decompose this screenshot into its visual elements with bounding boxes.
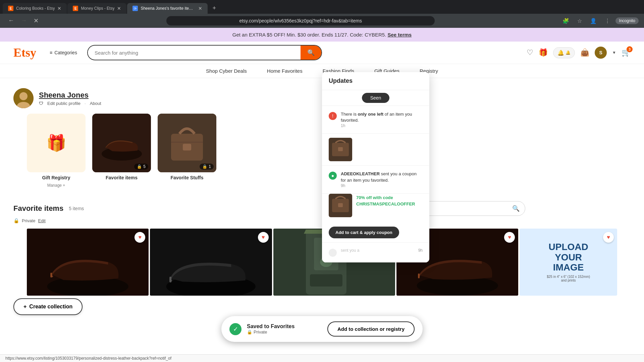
profile-links: 🛡 Edit public profile · About (39, 101, 101, 106)
panel-tabs: Seen (322, 90, 429, 106)
tab3-close[interactable]: ✕ (198, 6, 202, 11)
nav-shop-cyber-deals[interactable]: Shop Cyber Deals (206, 68, 247, 74)
browser-actions: 🧩 ☆ 👤 ⋮ Incognito (560, 16, 639, 25)
heart-button-2[interactable]: ♥ (258, 232, 269, 243)
add-to-cart-button[interactable]: Add to cart & apply coupon (329, 227, 399, 238)
panel-title: Updates (322, 72, 429, 90)
status-url: https://www.etsy.com/listing/1053033179/… (5, 356, 171, 361)
product-card-2[interactable]: ♥ (150, 229, 272, 296)
separator: · (85, 101, 86, 106)
tab1-close[interactable]: ✕ (57, 6, 61, 11)
notif-placeholder-text: sent you a (341, 248, 414, 257)
nav-home-favorites[interactable]: Home Favorites (267, 68, 303, 74)
hamburger-icon: ≡ (50, 50, 52, 55)
saved-toast: ✓ Saved to Favorites 🔒 Private Add to co… (221, 316, 423, 342)
browser-tab-2[interactable]: E Money Clips - Etsy ✕ (67, 3, 126, 14)
favorites-edit-link[interactable]: Edit (38, 218, 45, 223)
create-collection-button[interactable]: + Create collection (13, 298, 83, 315)
saved-label: Saved to Favorites (247, 323, 322, 329)
notif-body-2: ADEEOKLEATHER sent you a coupon for an i… (341, 171, 423, 188)
tab1-favicon: E (8, 6, 13, 11)
notification-panel: Updates Seen ! There is only one left of… (322, 72, 429, 262)
dropdown-arrow: 🔔 (566, 50, 571, 55)
user-dropdown-arrow[interactable]: ▼ (612, 50, 616, 55)
browser-tab-1[interactable]: E Coloring Books - Etsy ✕ (3, 3, 67, 14)
notif-product-image-2 (329, 194, 352, 217)
promo-banner: Get an EXTRA $5 OFF! Min. $30 order. End… (0, 28, 644, 42)
product-card-5[interactable]: UPLOADYOURIMAGE $25 in 4" x 6" (102 x 15… (520, 229, 617, 296)
saved-privacy: 🔒 Private (247, 329, 322, 335)
back-button[interactable]: ← (5, 16, 17, 26)
notif-text-2: ADEEOKLEATHER sent you a coupon for an i… (341, 171, 423, 183)
notif-product-image-1 (329, 138, 352, 161)
collection-favorite-stuffs[interactable]: 🔒 1 Favorite Stuffs (158, 114, 216, 188)
product-card-1[interactable]: ♥ (27, 229, 149, 296)
collection-favorite-items[interactable]: 🔒 5 Favorite items (92, 114, 151, 188)
search-favorites-icon: 🔍 (507, 201, 525, 216)
promo-link[interactable]: See terms (388, 32, 412, 38)
profile-icon[interactable]: 👤 (587, 16, 599, 25)
user-avatar[interactable]: S (595, 47, 607, 59)
panel-tab-seen[interactable]: Seen (362, 93, 390, 103)
notif-time-1: 1h (341, 123, 423, 128)
address-bar: ← → ✕ 🧩 ☆ 👤 ⋮ Incognito (0, 14, 644, 28)
cart-icon[interactable]: 🛒 3 (622, 48, 631, 57)
favorite-stuffs-label: Favorite Stuffs (170, 175, 203, 180)
browser-chrome: E Coloring Books - Etsy ✕ E Money Clips … (0, 0, 644, 28)
coupon-discount: 70% off with code (356, 195, 415, 200)
extension-icon[interactable]: 🧩 (560, 16, 572, 25)
favorites-icon[interactable]: ♡ (527, 48, 533, 57)
reload-button[interactable]: ✕ (31, 16, 41, 26)
site-header: Etsy ≡ Categories 🔍 ♡ 🎁 🔔 🔔 👜 S ▼ 🛒 3 (0, 42, 644, 64)
notif-image-row-2: 70% off with code CHRISTMASPECALOOFFER A… (322, 194, 429, 243)
shield-icon: 🛡 (39, 101, 43, 106)
new-tab-button[interactable]: + (208, 3, 220, 14)
gift-registry-label: Gift Registry (42, 175, 70, 180)
heart-button-5[interactable]: ♥ (603, 232, 614, 243)
edit-profile-link[interactable]: Edit public profile (47, 101, 80, 106)
search-button[interactable]: 🔍 (301, 46, 321, 60)
tab-bar: E Coloring Books - Etsy ✕ E Money Clips … (0, 0, 644, 14)
notification-item-3: sent you a 9h (322, 243, 429, 262)
etsy-logo[interactable]: Etsy (13, 46, 36, 60)
saved-info: Saved to Favorites 🔒 Private (247, 323, 322, 335)
favorite-items-lock-badge: 🔒 5 (134, 164, 148, 170)
tab2-close[interactable]: ✕ (117, 6, 121, 11)
notification-button[interactable]: 🔔 🔔 (553, 47, 575, 58)
address-input[interactable] (166, 16, 435, 25)
customize-icon[interactable]: ⋮ (602, 16, 613, 25)
profile-info: Sheena Jones 🛡 Edit public profile · Abo… (39, 91, 101, 106)
lock-count: 1 (209, 164, 211, 169)
notification-item-1: ! There is only one left of an item you … (322, 106, 429, 134)
favorite-stuffs-lock-badge: 🔒 1 (200, 164, 214, 170)
tab3-favicon: ⟳ (132, 6, 138, 11)
notif-body-1: There is only one left of an item you fa… (341, 111, 423, 128)
notif-image-row-1[interactable] (322, 134, 429, 166)
add-to-collection-button[interactable]: Add to collection or registry (327, 321, 415, 337)
search-input[interactable] (88, 47, 301, 59)
lock-count: 5 (143, 164, 146, 169)
header-icons: ♡ 🎁 🔔 🔔 👜 S ▼ 🛒 3 (527, 47, 631, 59)
saved-checkmark-icon: ✓ (229, 323, 241, 335)
nav-buttons: ← → ✕ (5, 16, 41, 26)
categories-button[interactable]: ≡ Categories (46, 48, 80, 57)
create-collection-label: Create collection (29, 304, 72, 310)
browser-tab-3[interactable]: ⟳ Sheena Jones's favorite items - ✕ (127, 3, 208, 14)
notif-placeholder-time: 9h (418, 248, 423, 257)
bookmark-star-icon[interactable]: ☆ (575, 16, 585, 25)
collection-gift-registry[interactable]: 🎁 Gift Registry Manage + (27, 114, 86, 188)
notif-placeholder-icon (329, 249, 337, 257)
bag-icon[interactable]: 👜 (580, 48, 589, 57)
saved-privacy-label: Private (254, 329, 267, 335)
svg-point-1 (19, 92, 28, 100)
gift-icon[interactable]: 🎁 (539, 48, 548, 57)
search-bar: 🔍 (87, 45, 322, 60)
svg-rect-14 (169, 277, 171, 283)
profile-name[interactable]: Sheena Jones (39, 91, 101, 100)
panel-scroll[interactable]: ! There is only one left of an item you … (322, 106, 429, 262)
forward-button[interactable]: → (18, 16, 30, 26)
incognito-badge: Incognito (615, 17, 639, 24)
upload-sub: $25 in 4" x 6" (102 x 152mm)and prints (547, 275, 590, 282)
about-link[interactable]: About (90, 101, 101, 106)
favorite-items-label: Favorite items (106, 175, 138, 180)
